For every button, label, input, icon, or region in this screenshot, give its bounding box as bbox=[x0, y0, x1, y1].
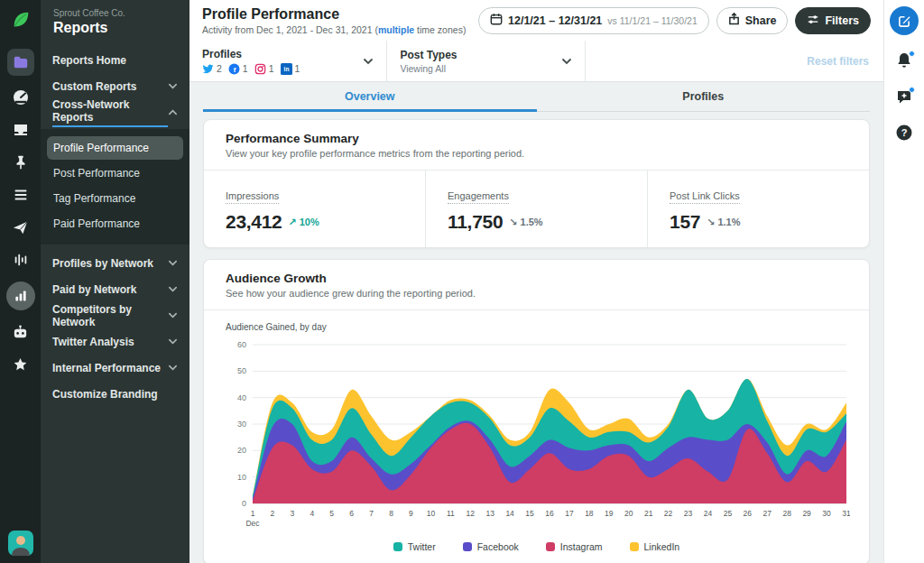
svg-text:?: ? bbox=[901, 127, 908, 138]
page-subtitle: Activity from Dec 1, 2021 - Dec 31, 2021… bbox=[202, 24, 478, 35]
sidebar-item-post-performance[interactable]: Post Performance bbox=[41, 161, 189, 186]
sidebar-item-custom-reports[interactable]: Custom Reports bbox=[41, 73, 189, 99]
performance-summary-card: Performance Summary View your key profil… bbox=[203, 119, 870, 248]
svg-text:23: 23 bbox=[684, 509, 693, 518]
svg-text:25: 25 bbox=[724, 509, 733, 518]
svg-text:2: 2 bbox=[271, 509, 275, 518]
multiple-timezones-link[interactable]: multiple bbox=[378, 24, 414, 35]
star-icon[interactable] bbox=[10, 354, 32, 375]
sprout-logo-icon[interactable] bbox=[10, 9, 32, 31]
sidebar-item-internal-performance[interactable]: Internal Performance bbox=[41, 355, 189, 381]
chart-legend: TwitterFacebookInstagramLinkedIn bbox=[204, 538, 869, 563]
page-header: Profile Performance Activity from Dec 1,… bbox=[189, 0, 883, 41]
svg-text:4: 4 bbox=[310, 509, 314, 518]
waveform-icon[interactable] bbox=[10, 249, 32, 271]
send-icon[interactable] bbox=[10, 217, 32, 238]
user-avatar[interactable] bbox=[8, 531, 33, 556]
metric-label[interactable]: Impressions bbox=[226, 190, 279, 204]
twitter-icon bbox=[202, 63, 214, 75]
inbox-icon[interactable] bbox=[10, 119, 32, 141]
notifications-icon[interactable] bbox=[895, 51, 913, 73]
sidebar-item-reports-home[interactable]: Reports Home bbox=[41, 47, 189, 73]
sidebar-item-paid-performance[interactable]: Paid Performance bbox=[41, 211, 189, 236]
date-range-button[interactable]: 12/1/21 – 12/31/21 vs 11/1/21 – 11/30/21 bbox=[478, 7, 709, 34]
svg-text:3: 3 bbox=[290, 509, 294, 518]
svg-text:15: 15 bbox=[525, 509, 534, 518]
feedback-icon[interactable] bbox=[895, 88, 913, 109]
profiles-filter-networks: 2f11in1 bbox=[202, 63, 300, 75]
chart-title: Audience Gained, by day bbox=[226, 322, 847, 332]
legend-facebook[interactable]: Facebook bbox=[463, 541, 519, 552]
compose-button[interactable] bbox=[890, 6, 919, 35]
svg-text:60: 60 bbox=[237, 340, 246, 349]
svg-text:40: 40 bbox=[237, 393, 246, 402]
metric-impressions: Impressions23,412↗ 10% bbox=[204, 171, 425, 247]
svg-text:20: 20 bbox=[624, 509, 633, 518]
report-tabs: OverviewProfiles bbox=[203, 82, 870, 112]
metric-label[interactable]: Post Link Clicks bbox=[670, 190, 740, 204]
profiles-filter-label: Profiles bbox=[202, 48, 300, 60]
growth-subtitle: See how your audience grew during the re… bbox=[226, 288, 847, 299]
svg-text:24: 24 bbox=[704, 509, 713, 518]
sidebar-title: Reports bbox=[53, 20, 177, 36]
svg-text:27: 27 bbox=[763, 509, 772, 518]
sidebar-item-profile-performance[interactable]: Profile Performance bbox=[47, 136, 183, 160]
metric-value: 157 bbox=[670, 211, 700, 233]
svg-text:31: 31 bbox=[842, 509, 850, 518]
chevron-down-icon bbox=[561, 56, 572, 67]
main-panel: Profile Performance Activity from Dec 1,… bbox=[189, 0, 883, 563]
chevron-down-icon bbox=[168, 81, 178, 91]
tab-overview[interactable]: Overview bbox=[203, 82, 537, 112]
svg-text:6: 6 bbox=[349, 509, 354, 518]
list-icon[interactable] bbox=[10, 184, 32, 206]
app-icon-rail bbox=[0, 0, 41, 563]
sidebar-item-profiles-by-network[interactable]: Profiles by Network bbox=[41, 250, 189, 276]
notification-dot bbox=[909, 51, 915, 57]
report-content: Performance Summary View your key profil… bbox=[189, 112, 883, 563]
date-compare-value: vs 11/1/21 – 11/30/21 bbox=[607, 15, 697, 26]
tab-profiles[interactable]: Profiles bbox=[537, 82, 871, 112]
svg-text:30: 30 bbox=[237, 420, 246, 429]
reports-sidebar: Sprout Coffee Co. Reports Reports HomeCu… bbox=[41, 0, 189, 563]
svg-text:1: 1 bbox=[251, 509, 255, 518]
help-icon[interactable]: ? bbox=[895, 124, 913, 145]
filters-button[interactable]: Filters bbox=[795, 7, 871, 34]
metric-value: 23,412 bbox=[226, 211, 282, 233]
legend-linkedin[interactable]: LinkedIn bbox=[630, 541, 680, 552]
analytics-icon[interactable] bbox=[6, 282, 35, 310]
chevron-down-icon bbox=[168, 363, 178, 373]
profiles-filter[interactable]: Profiles 2f11in1 bbox=[189, 41, 386, 81]
robot-icon[interactable] bbox=[10, 321, 32, 343]
sidebar-item-tag-performance[interactable]: Tag Performance bbox=[41, 186, 189, 211]
svg-text:29: 29 bbox=[802, 509, 811, 518]
filters-label: Filters bbox=[825, 14, 859, 27]
legend-twitter[interactable]: Twitter bbox=[393, 541, 436, 552]
svg-text:19: 19 bbox=[605, 509, 614, 518]
svg-text:17: 17 bbox=[565, 509, 574, 518]
reports-folder-icon[interactable] bbox=[7, 49, 34, 76]
sidebar-item-cross-network-reports[interactable]: Cross-Network Reports bbox=[41, 99, 189, 125]
sidebar-item-customize-branding[interactable]: Customize Branding bbox=[41, 381, 189, 407]
legend-instagram[interactable]: Instagram bbox=[546, 541, 603, 552]
svg-text:Dec: Dec bbox=[245, 519, 260, 528]
filter-divider bbox=[585, 41, 586, 81]
sidebar-item-competitors-by-network[interactable]: Competitors by Network bbox=[41, 302, 189, 328]
growth-title: Audience Growth bbox=[226, 272, 847, 285]
gauge-icon[interactable] bbox=[10, 87, 32, 108]
date-range-value: 12/1/21 – 12/31/21 bbox=[508, 14, 602, 27]
post-types-filter-value: Viewing All bbox=[400, 63, 457, 74]
chevron-up-icon bbox=[168, 107, 178, 117]
metric-label[interactable]: Engagements bbox=[448, 190, 509, 204]
share-button[interactable]: Share bbox=[716, 7, 789, 34]
chevron-down-icon bbox=[363, 56, 374, 67]
post-types-filter[interactable]: Post Types Viewing All bbox=[387, 41, 584, 81]
sidebar-item-paid-by-network[interactable]: Paid by Network bbox=[41, 276, 189, 302]
reset-filters-link[interactable]: Reset filters bbox=[807, 55, 883, 68]
metric-post-link-clicks: Post Link Clicks157↘ 1.1% bbox=[647, 171, 869, 247]
utility-rail: ? bbox=[883, 0, 924, 563]
chevron-down-icon bbox=[168, 310, 178, 320]
sidebar-item-twitter-analysis[interactable]: Twitter Analysis bbox=[41, 328, 189, 355]
audience-growth-card: Audience Growth See how your audience gr… bbox=[203, 259, 870, 563]
instagram-icon bbox=[254, 63, 266, 75]
pin-icon[interactable] bbox=[10, 152, 32, 173]
